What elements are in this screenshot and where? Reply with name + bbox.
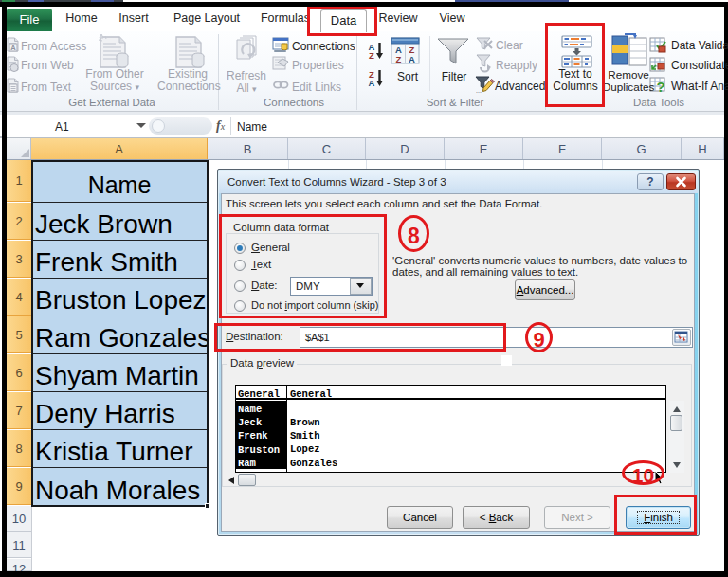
svg-text:A: A: [10, 44, 16, 52]
svg-text:A: A: [369, 78, 375, 88]
svg-text:A: A: [409, 54, 415, 64]
svg-text:Z: Z: [369, 50, 374, 61]
svg-text:...: ...: [476, 87, 482, 94]
svg-text:Z: Z: [396, 54, 402, 64]
